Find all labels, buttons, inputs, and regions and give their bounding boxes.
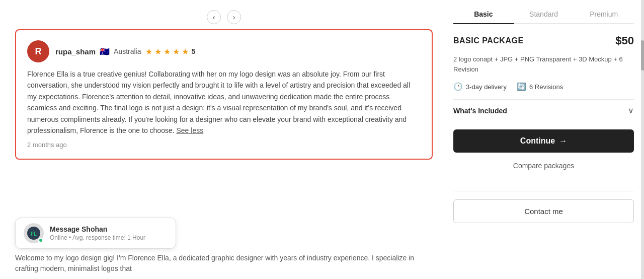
message-info: Message Shohan Online • Avg. response ti… — [50, 225, 145, 241]
tab-standard[interactable]: Standard — [514, 5, 574, 23]
left-panel: ‹ › R rupa_sham 🇦🇺 Australia ★ ★ ★ ★ ★ 5 — [0, 0, 443, 279]
contact-me-button[interactable]: Contact me — [453, 199, 634, 223]
tab-basic[interactable]: Basic — [453, 5, 514, 23]
message-title: Message Shohan — [50, 225, 145, 233]
chevron-down-icon: ∨ — [628, 106, 634, 115]
package-header: BASIC PACKAGE $50 — [453, 34, 634, 47]
scrollbar-thumb — [641, 40, 644, 71]
review-card: R rupa_sham 🇦🇺 Australia ★ ★ ★ ★ ★ 5 — [15, 29, 433, 160]
continue-button[interactable]: Continue → — [453, 129, 634, 153]
reviewer-country: Australia — [114, 47, 141, 55]
stars-row: ★ ★ ★ ★ ★ 5 — [145, 47, 196, 56]
reviewer-name-row: rupa_sham 🇦🇺 Australia ★ ★ ★ ★ ★ 5 — [55, 47, 195, 56]
refresh-icon: 🔄 — [517, 82, 526, 91]
message-status: Online • Avg. response time: 1 Hour — [50, 234, 145, 241]
package-meta: 🕐 3-day delivery 🔄 6 Revisions — [453, 82, 634, 91]
flag-icon: 🇦🇺 — [100, 47, 110, 56]
continue-label: Continue — [520, 136, 555, 146]
rating-number: 5 — [192, 47, 196, 55]
star-2: ★ — [154, 47, 162, 56]
package-price: $50 — [615, 34, 634, 47]
clock-icon: 🕐 — [453, 82, 463, 91]
tab-premium[interactable]: Premium — [574, 5, 634, 23]
delivery-meta: 🕐 3-day delivery — [453, 82, 507, 91]
nav-arrows: ‹ › — [15, 10, 433, 24]
compare-packages-button[interactable]: Compare packages — [453, 159, 634, 173]
scrollbar[interactable] — [641, 0, 644, 279]
svg-text:FL: FL — [31, 231, 37, 237]
star-5: ★ — [182, 47, 189, 56]
delivery-text: 3-day delivery — [466, 83, 507, 91]
reviewer-header: R rupa_sham 🇦🇺 Australia ★ ★ ★ ★ ★ 5 — [27, 40, 421, 62]
whats-included-label: What's Included — [453, 107, 507, 115]
star-4: ★ — [173, 47, 180, 56]
online-indicator — [38, 238, 43, 243]
revisions-text: 6 Revisions — [529, 83, 563, 91]
see-less-link[interactable]: See less — [177, 126, 204, 134]
prev-arrow[interactable]: ‹ — [207, 10, 221, 24]
review-text: Florence Ella is a true creative genius!… — [27, 68, 421, 136]
package-name: BASIC PACKAGE — [453, 36, 524, 45]
reviewer-info: rupa_sham 🇦🇺 Australia ★ ★ ★ ★ ★ 5 — [55, 47, 195, 56]
avatar: R — [27, 40, 49, 62]
review-time: 2 months ago — [27, 141, 421, 149]
bottom-preview-text: Welcome to my logo design gig! I'm Flore… — [15, 253, 433, 274]
package-tabs: Basic Standard Premium — [453, 5, 634, 24]
seller-avatar: FL — [24, 223, 44, 243]
star-1: ★ — [145, 47, 152, 56]
arrow-right-icon: → — [559, 136, 567, 146]
next-arrow[interactable]: › — [227, 10, 241, 24]
star-3: ★ — [164, 47, 171, 56]
right-panel: Basic Standard Premium BASIC PACKAGE $50… — [443, 0, 644, 279]
revisions-meta: 🔄 6 Revisions — [517, 82, 563, 91]
package-description: 2 logo conapt + JPG + PNG Transparent + … — [453, 54, 634, 74]
whats-included-toggle[interactable]: What's Included ∨ — [453, 99, 634, 121]
reviewer-name: rupa_sham — [55, 47, 96, 56]
message-bar[interactable]: FL Message Shohan Online • Avg. response… — [15, 218, 176, 249]
divider — [453, 191, 634, 191]
